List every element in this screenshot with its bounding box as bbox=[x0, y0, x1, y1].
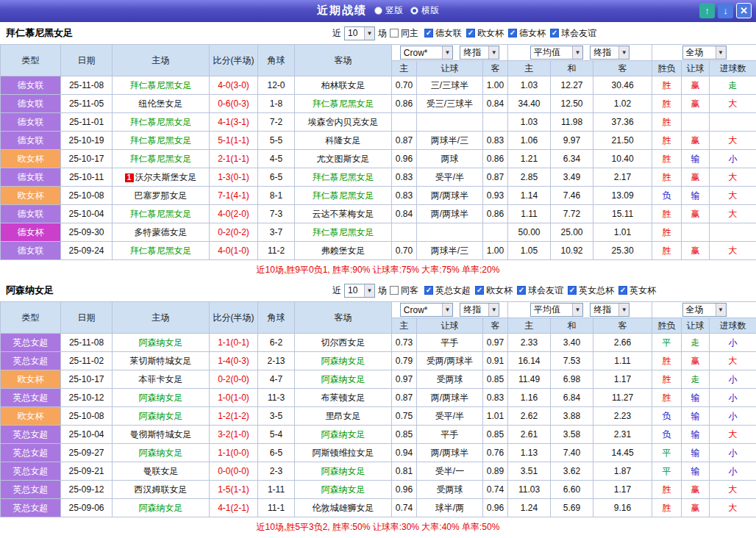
close-button[interactable]: ✕ bbox=[736, 3, 752, 18]
odds-home: 0.70 bbox=[392, 242, 417, 260]
results-body: 德女联25-11-08拜仁慕尼黑女足4-0(3-0)12-0柏林联女足0.70三… bbox=[1, 76, 756, 260]
match-date: 25-10-04 bbox=[61, 205, 113, 223]
col-result-handicap: 让球 bbox=[682, 318, 710, 334]
avg-away: 1.02 bbox=[593, 95, 652, 113]
away-team: 科隆女足 bbox=[295, 132, 392, 150]
result-outcome: 胜 bbox=[652, 499, 682, 517]
col-home: 主场 bbox=[113, 302, 210, 334]
odds-away: 0.83 bbox=[483, 389, 508, 407]
result-handicap bbox=[682, 113, 710, 132]
odds-away: 0.87 bbox=[483, 168, 508, 187]
odds-home: 0.85 bbox=[392, 426, 417, 444]
scope-select[interactable]: 全场 ▼ bbox=[682, 46, 727, 60]
avg-draw: 9.97 bbox=[551, 132, 593, 150]
league-filter-checkbox[interactable]: ✓德女杯 bbox=[508, 27, 546, 40]
league-filter-checkbox[interactable]: ✓欧女杯 bbox=[475, 284, 513, 297]
match-row: 英总女超25-09-21曼联女足0-0(0-0)2-3阿森纳女足0.81受半/一… bbox=[1, 462, 756, 481]
checkbox-icon: ✓ bbox=[466, 29, 475, 37]
average-select[interactable]: 平均值 ▼ bbox=[530, 46, 583, 60]
odds-away: 1.00 bbox=[483, 76, 508, 95]
odds-home: 0.79 bbox=[392, 352, 417, 370]
odds-away bbox=[483, 113, 508, 132]
corners: 3-5 bbox=[258, 407, 295, 426]
league-badge: 德女杯 bbox=[1, 223, 61, 242]
league-filter-checkbox[interactable]: ✓球会友谊 bbox=[550, 27, 596, 40]
avg-home: 1.03 bbox=[508, 113, 551, 132]
results-table: 类型 日期 主场 比分(半场) 角球 客场 Crow* ▼ 终指 ▼ bbox=[0, 44, 756, 260]
col-odds-home: 主 bbox=[392, 318, 417, 334]
average-stage-select[interactable]: 终指 ▼ bbox=[590, 303, 630, 317]
avg-home: 2.85 bbox=[508, 168, 551, 187]
titlebar-center: 近期战绩 竖版 横版 bbox=[317, 4, 439, 18]
match-count-select[interactable]: 10 ▼ bbox=[344, 26, 375, 40]
corners: 11-1 bbox=[258, 499, 295, 517]
handicap-line: 受两球 bbox=[417, 481, 483, 499]
same-venue-checkbox[interactable]: 同主 bbox=[390, 27, 418, 40]
result-handicap: 赢 bbox=[682, 481, 710, 499]
league-badge: 欧女杯 bbox=[1, 150, 61, 168]
match-date: 25-09-24 bbox=[61, 242, 113, 260]
league-filter-label: 球会友谊 bbox=[528, 284, 563, 297]
match-date: 25-10-08 bbox=[61, 407, 113, 426]
league-filter-checkbox[interactable]: ✓球会友谊 bbox=[517, 284, 563, 297]
odds-stage-select[interactable]: 终指 ▼ bbox=[460, 46, 499, 60]
avg-draw: 6.34 bbox=[551, 150, 593, 168]
average-stage-select[interactable]: 终指 ▼ bbox=[590, 46, 630, 60]
layout-radio-vertical[interactable]: 竖版 bbox=[374, 4, 403, 17]
titlebar: 近期战绩 竖版 横版 ↑ ↓ ✕ bbox=[0, 0, 756, 22]
corners: 6-5 bbox=[258, 168, 295, 187]
checkbox-icon bbox=[390, 29, 399, 37]
odds-away: 1.00 bbox=[483, 242, 508, 260]
match-date: 25-09-06 bbox=[61, 499, 113, 517]
odds-stage-select[interactable]: 终指 ▼ bbox=[460, 303, 499, 317]
layout-radio-horizontal[interactable]: 横版 bbox=[410, 4, 439, 17]
avg-draw: 12.27 bbox=[551, 76, 593, 95]
col-type: 类型 bbox=[1, 45, 61, 76]
result-outcome: 负 bbox=[652, 407, 682, 426]
result-handicap: 赢 bbox=[682, 205, 710, 223]
odds-away: 0.84 bbox=[483, 95, 508, 113]
match-row: 德女联25-11-01拜仁慕尼黑女足4-1(3-1)7-2埃森舍内贝克女足1.0… bbox=[1, 113, 756, 132]
odds-company-select[interactable]: Crow* ▼ bbox=[400, 46, 453, 60]
odds-away: 0.85 bbox=[483, 426, 508, 444]
handicap-line: 两/两球半 bbox=[417, 444, 483, 462]
league-filter-group: ✓英总女超✓欧女杯✓球会友谊✓英女总杯✓英女杯 bbox=[424, 284, 656, 297]
col-avg-draw: 和 bbox=[551, 61, 593, 76]
scroll-up-button[interactable]: ↑ bbox=[699, 3, 715, 18]
scroll-down-button[interactable]: ↓ bbox=[718, 3, 733, 18]
games-label: 场 bbox=[378, 27, 387, 40]
handicap-line: 平手 bbox=[417, 426, 483, 444]
match-row: 英总女超25-10-12阿森纳女足1-0(1-0)11-3布莱顿女足0.87两/… bbox=[1, 389, 756, 407]
league-filter-checkbox[interactable]: ✓德女联 bbox=[424, 27, 462, 40]
avg-draw: 3.58 bbox=[551, 426, 593, 444]
home-team: 西汉姆联女足 bbox=[113, 481, 210, 499]
average-select[interactable]: 平均值 ▼ bbox=[530, 303, 583, 317]
odds-away: 0.74 bbox=[483, 481, 508, 499]
league-filter-checkbox[interactable]: ✓英女杯 bbox=[618, 284, 656, 297]
match-count-select[interactable]: 10 ▼ bbox=[344, 284, 375, 298]
radio-icon bbox=[410, 7, 418, 15]
result-goals bbox=[710, 113, 756, 132]
league-filter-checkbox[interactable]: ✓英女总杯 bbox=[568, 284, 614, 297]
chevron-down-icon: ▼ bbox=[442, 304, 452, 316]
league-badge: 德女联 bbox=[1, 95, 61, 113]
league-badge: 德女联 bbox=[1, 113, 61, 132]
checkbox-icon: ✓ bbox=[568, 286, 577, 295]
score: 1-4(0-3) bbox=[210, 352, 258, 370]
league-filter-checkbox[interactable]: ✓英总女超 bbox=[424, 284, 471, 297]
corners: 4-7 bbox=[258, 370, 295, 389]
scope-select[interactable]: 全场 ▼ bbox=[682, 303, 727, 317]
league-badge: 欧女杯 bbox=[1, 407, 61, 426]
home-team: 1沃尔夫斯堡女足 bbox=[113, 168, 210, 187]
average-odds-cell: 平均值 ▼ 终指 ▼ bbox=[508, 302, 652, 318]
results-sections: 拜仁慕尼黑女足 近 10 ▼ 场 同主 ✓德女联✓欧女杯✓德女杯✓球会友谊 bbox=[0, 22, 756, 537]
league-badge: 英总女超 bbox=[1, 334, 61, 352]
league-filter-checkbox[interactable]: ✓欧女杯 bbox=[466, 27, 504, 40]
odds-company-select[interactable]: Crow* ▼ bbox=[400, 303, 453, 317]
chevron-down-icon: ▼ bbox=[488, 46, 499, 59]
avg-away: 2.66 bbox=[593, 334, 652, 352]
same-venue-checkbox[interactable]: 同客 bbox=[390, 284, 418, 297]
odds-away: 0.86 bbox=[483, 150, 508, 168]
avg-away: 1.01 bbox=[593, 223, 652, 242]
odds-away: 0.85 bbox=[483, 370, 508, 389]
